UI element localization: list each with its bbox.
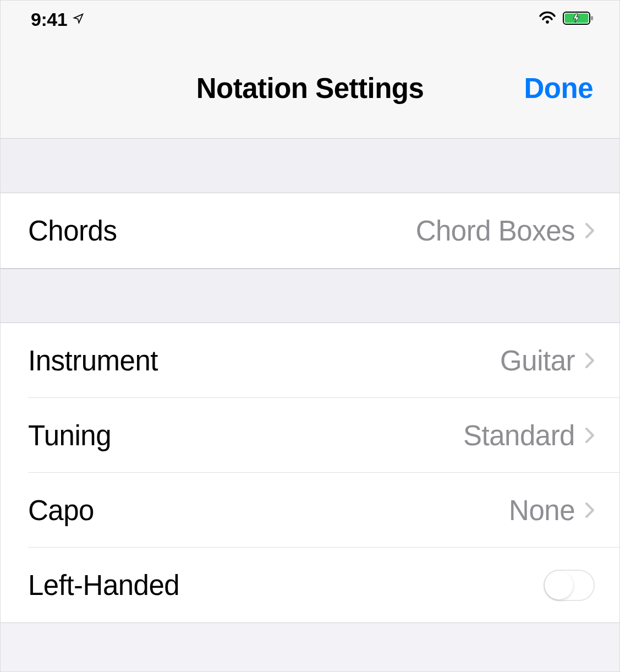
tuning-label: Tuning (28, 419, 463, 452)
settings-group-chords: Chords Chord Boxes (1, 193, 619, 269)
chevron-right-icon (585, 427, 595, 444)
settings-group-instrument: Instrument Guitar Tuning Standard Capo N… (1, 323, 619, 623)
status-bar: 9:41 (1, 1, 619, 38)
capo-label: Capo (28, 494, 509, 527)
wifi-icon (537, 10, 557, 28)
left-handed-row: Left-Handed (1, 548, 619, 622)
location-icon (73, 13, 84, 26)
page-title: Notation Settings (196, 72, 424, 105)
tuning-value: Standard (463, 419, 575, 452)
battery-icon (563, 10, 595, 28)
left-handed-label: Left-Handed (28, 569, 544, 602)
status-left: 9:41 (31, 9, 84, 30)
switch-knob (545, 571, 573, 599)
svg-rect-2 (591, 16, 593, 20)
status-right (537, 10, 595, 28)
capo-row[interactable]: Capo None (1, 473, 619, 548)
instrument-label: Instrument (28, 345, 500, 377)
chevron-right-icon (585, 222, 595, 239)
chevron-right-icon (585, 352, 595, 369)
chords-value: Chord Boxes (416, 215, 575, 247)
chords-label: Chords (28, 215, 416, 247)
capo-value: None (509, 494, 575, 527)
section-gap (1, 139, 619, 193)
status-time: 9:41 (31, 9, 67, 30)
instrument-row[interactable]: Instrument Guitar (1, 323, 619, 398)
section-gap (1, 269, 619, 323)
chevron-right-icon (585, 502, 595, 518)
tuning-row[interactable]: Tuning Standard (1, 398, 619, 473)
chords-row[interactable]: Chords Chord Boxes (1, 193, 619, 268)
navigation-bar: Notation Settings Done (1, 38, 619, 139)
done-button[interactable]: Done (524, 72, 594, 105)
left-handed-toggle[interactable] (544, 570, 595, 601)
instrument-value: Guitar (500, 345, 575, 377)
